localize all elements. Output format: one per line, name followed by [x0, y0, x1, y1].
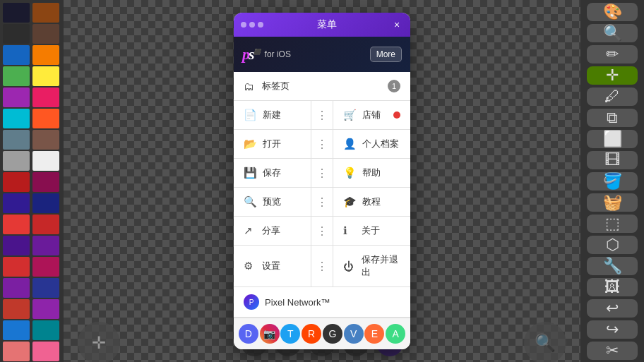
zoom-tool-button[interactable]: 🔍 [587, 24, 638, 42]
color-swatch[interactable] [3, 130, 30, 150]
vk-social-icon[interactable]: V [344, 324, 364, 344]
color-swatch[interactable] [32, 193, 59, 213]
color-swatch[interactable] [32, 88, 59, 107]
color-swatch[interactable] [32, 66, 59, 86]
color-swatch[interactable] [32, 172, 59, 192]
modal-overlay: 菜单 × ps⬛ for iOS More 🗂 标签页 1 📄 [64, 0, 580, 362]
color-swatch[interactable] [3, 236, 30, 255]
color-swatch[interactable] [3, 109, 30, 128]
android-social-icon[interactable]: A [386, 324, 405, 344]
tutorial-menu-item[interactable]: 🎓 教程 [333, 188, 410, 216]
color-swatch[interactable] [3, 215, 30, 234]
savequit-label: 保存并退出 [362, 253, 400, 279]
help-menu-item[interactable]: 💡 帮助 [333, 159, 410, 187]
color-swatch[interactable] [32, 3, 59, 23]
image-add-tool-button[interactable]: 🖼 [587, 278, 638, 296]
open-menu-item[interactable]: 📂 打开 [234, 130, 311, 158]
ps-forios-label: for iOS [265, 49, 364, 59]
fill-tool-button[interactable]: 🪣 [587, 172, 638, 191]
about-menu-item[interactable]: ℹ 关于 [333, 217, 410, 245]
color-swatch[interactable] [3, 3, 30, 23]
savequit-menu-item[interactable]: ⏻ 保存并退出 [333, 246, 410, 286]
undo-tool-button[interactable]: ↩ [587, 299, 638, 318]
open-icon: 📂 [244, 138, 257, 150]
extra-social-icon[interactable]: E [364, 324, 384, 344]
left-sidebar [0, 0, 64, 362]
save-label: 保存 [263, 167, 281, 179]
reddit-social-icon[interactable]: R [302, 324, 321, 344]
color-swatch[interactable] [32, 320, 59, 340]
color-swatch[interactable] [32, 45, 59, 65]
pixel-network-row[interactable]: P Pixel Network™ [234, 286, 410, 318]
save-menu-item[interactable]: 💾 保存 [234, 159, 311, 187]
hexagon-tool-button[interactable]: ⬡ [587, 236, 638, 254]
tabs-menu-item[interactable]: 🗂 标签页 1 [234, 72, 410, 100]
color-swatch[interactable] [32, 151, 59, 171]
settings-dots[interactable]: ⋮ [311, 246, 333, 286]
color-swatch[interactable] [32, 278, 59, 298]
color-swatch[interactable] [3, 24, 30, 44]
share-menu-item[interactable]: ↗ 分享 [234, 217, 311, 245]
color-swatch[interactable] [32, 257, 59, 277]
profile-menu-item[interactable]: 👤 个人档案 [333, 130, 410, 158]
open-dots[interactable]: ⋮ [311, 130, 333, 158]
new-dots[interactable]: ⋮ [311, 101, 333, 129]
layers-tool-button[interactable]: ⧉ [587, 109, 638, 127]
github-social-icon[interactable]: G [323, 324, 342, 344]
bucket2-tool-button[interactable]: 🧺 [587, 193, 638, 212]
preview-tutorial-row: 🔍 预览 ⋮ 🎓 教程 [234, 188, 410, 217]
redo-tool-button[interactable]: ↪ [587, 320, 638, 339]
color-swatch[interactable] [32, 299, 59, 319]
twitter-social-icon[interactable]: T [280, 324, 300, 344]
dot-1 [241, 22, 246, 28]
ps-banner: ps⬛ for iOS More [234, 37, 410, 72]
color-swatch[interactable] [32, 109, 59, 128]
settings-menu-item[interactable]: ⚙ 设置 [234, 246, 311, 286]
save-icon: 💾 [244, 167, 257, 179]
modal-close-button[interactable]: × [390, 18, 403, 31]
instagram-social-icon[interactable]: 📷 [260, 324, 280, 344]
tools-tool-button[interactable]: 🔧 [587, 257, 638, 275]
new-menu-item[interactable]: 📄 新建 [234, 101, 311, 129]
color-swatch[interactable] [32, 24, 59, 44]
help-icon: 💡 [343, 167, 357, 179]
tabs-badge: 1 [388, 80, 400, 92]
color-swatch[interactable] [3, 172, 30, 192]
filmstrip-tool-button[interactable]: 🎞 [587, 151, 638, 169]
savequit-icon: ⏻ [343, 260, 356, 272]
color-swatch[interactable] [3, 45, 30, 65]
preview-label: 预览 [263, 195, 281, 208]
color-swatch[interactable] [32, 130, 59, 150]
preview-dots[interactable]: ⋮ [311, 188, 333, 216]
preview-menu-item[interactable]: 🔍 预览 [234, 188, 311, 216]
color-swatch[interactable] [32, 215, 59, 234]
color-swatch[interactable] [3, 66, 30, 86]
eraser-tool-button[interactable]: ⬜ [587, 130, 638, 148]
cut-tool-button[interactable]: ✂ [587, 342, 638, 360]
color-swatch[interactable] [3, 299, 30, 319]
ps-more-button[interactable]: More [370, 47, 402, 62]
color-swatch[interactable] [3, 342, 30, 361]
color-swatch[interactable] [3, 320, 30, 340]
pixel-network-icon: P [244, 294, 259, 310]
color-swatch[interactable] [3, 278, 30, 298]
share-dots[interactable]: ⋮ [311, 217, 333, 245]
share-icon: ↗ [244, 224, 256, 237]
color-swatch[interactable] [3, 88, 30, 107]
palette-tool-button[interactable]: 🎨 [587, 3, 638, 21]
transform-tool-button[interactable]: ⬚ [587, 215, 638, 233]
move-tool-button[interactable]: ✛ [587, 66, 638, 85]
save-dots[interactable]: ⋮ [311, 159, 333, 187]
discord-social-icon[interactable]: D [239, 324, 258, 344]
modal-titlebar: 菜单 × [234, 13, 410, 37]
color-swatch[interactable] [3, 257, 30, 277]
color-swatch[interactable] [3, 151, 30, 171]
profile-icon: 👤 [343, 138, 357, 150]
color-swatch[interactable] [32, 342, 59, 361]
pencil-tool-button[interactable]: ✏ [587, 45, 638, 64]
menu-list: 🗂 标签页 1 📄 新建 ⋮ 🛒 店铺 [234, 72, 410, 286]
color-swatch[interactable] [3, 193, 30, 213]
store-menu-item[interactable]: 🛒 店铺 [333, 101, 410, 129]
pen-tool-button[interactable]: 🖊 [587, 88, 638, 106]
color-swatch[interactable] [32, 236, 59, 255]
